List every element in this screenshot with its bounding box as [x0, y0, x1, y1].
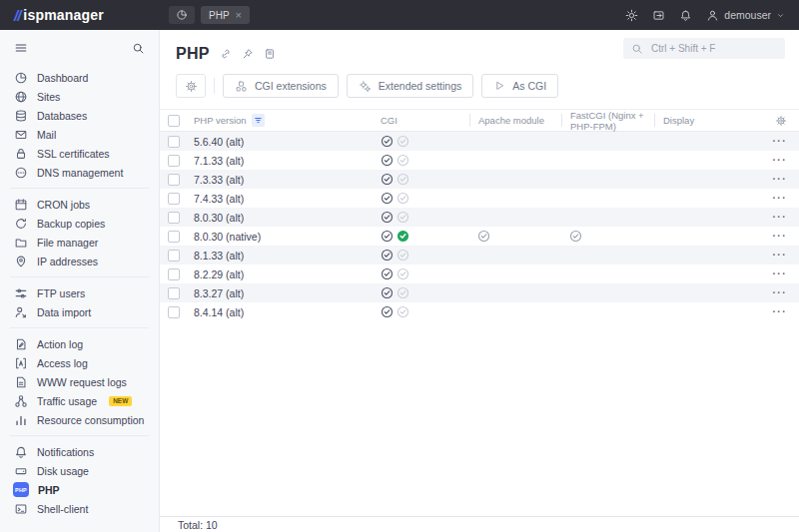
table-row[interactable]: 8.0.30 (native) ···	[160, 227, 799, 246]
cgi-default-check-icon[interactable]	[397, 230, 409, 243]
fastcgi-check-icon[interactable]	[569, 230, 582, 243]
row-menu-button[interactable]: ···	[773, 251, 788, 261]
column-cgi[interactable]: CGI	[381, 115, 469, 126]
row-checkbox[interactable]	[168, 136, 180, 148]
table-row[interactable]: 8.0.30 (alt) ···	[160, 208, 799, 227]
table-row[interactable]: 8.4.14 (alt) ···	[160, 302, 799, 321]
sidebar-item-traffic-usage[interactable]: Traffic usage NEW	[0, 391, 159, 410]
sidebar-item-sites[interactable]: Sites	[0, 87, 159, 106]
sidebar-item-disk-usage[interactable]: Disk usage	[0, 461, 159, 480]
row-menu-button[interactable]: ···	[773, 213, 788, 223]
table-row[interactable]: 8.1.33 (alt) ···	[160, 246, 799, 265]
row-checkbox[interactable]	[168, 250, 180, 262]
row-checkbox[interactable]	[168, 174, 180, 186]
sidebar-item-php[interactable]: PHP PHP	[0, 480, 159, 499]
go-to-panel-button[interactable]	[652, 9, 665, 22]
sidebar-item-www-request-logs[interactable]: WWW request logs	[0, 372, 159, 391]
row-menu-button[interactable]: ···	[773, 156, 788, 166]
table-row[interactable]: 7.4.33 (alt) ···	[160, 189, 799, 208]
sidebar-item-resource-consumption[interactable]: Resource consumption	[0, 410, 159, 429]
cgi-enabled-check-icon[interactable]	[381, 305, 394, 318]
cgi-default-check-icon[interactable]	[397, 267, 409, 280]
cgi-enabled-check-icon[interactable]	[381, 211, 394, 224]
sidebar-item-databases[interactable]: Databases	[0, 106, 159, 125]
sort-button[interactable]	[252, 114, 265, 127]
row-checkbox[interactable]	[168, 193, 180, 205]
sidebar-item-backup-copies[interactable]: Backup copies	[0, 214, 159, 233]
close-icon[interactable]: ×	[236, 10, 242, 21]
row-checkbox[interactable]	[168, 268, 180, 280]
row-checkbox[interactable]	[168, 231, 180, 243]
notifications-button[interactable]	[679, 9, 692, 22]
row-menu-button[interactable]: ···	[773, 288, 788, 298]
row-menu-button[interactable]: ···	[773, 269, 788, 279]
sidebar-item-file-manager[interactable]: File manager	[0, 233, 159, 252]
column-apache-module[interactable]: Apache module	[469, 114, 561, 127]
table-settings-button[interactable]	[775, 115, 787, 127]
column-fastcgi[interactable]: FastCGI (Nginx + PHP-FPM)	[561, 114, 654, 127]
user-menu[interactable]: demouser	[706, 9, 785, 22]
cgi-default-check-icon[interactable]	[397, 173, 409, 186]
table-row[interactable]: 8.2.29 (alt) ···	[160, 265, 799, 283]
copy-link-button[interactable]	[220, 48, 232, 60]
cgi-enabled-check-icon[interactable]	[381, 286, 394, 299]
as-cgi-button[interactable]: As CGI	[481, 74, 558, 98]
apache-module-check-icon[interactable]	[477, 230, 490, 243]
sidebar-search-button[interactable]	[132, 42, 145, 55]
column-php-version[interactable]: PHP version	[194, 115, 247, 126]
cgi-enabled-check-icon[interactable]	[381, 230, 394, 243]
sidebar-item-access-log[interactable]: Access log	[0, 353, 159, 372]
cgi-enabled-check-icon[interactable]	[381, 154, 394, 167]
column-display[interactable]: Display	[654, 114, 759, 127]
cgi-enabled-check-icon[interactable]	[381, 135, 394, 148]
docs-button[interactable]	[264, 48, 276, 60]
app-logo[interactable]: // ispmanager	[0, 7, 160, 24]
table-row[interactable]: 7.1.33 (alt) ···	[160, 151, 799, 170]
sidebar-item-ssl-certificates[interactable]: SSL certificates	[0, 144, 159, 163]
sidebar-item-data-import[interactable]: Data import	[0, 302, 159, 321]
table-row[interactable]: 7.3.33 (alt) ···	[160, 170, 799, 189]
sidebar-item-action-log[interactable]: Action log	[0, 334, 159, 353]
dashboard-tab-button[interactable]	[169, 6, 195, 24]
sidebar-item-dashboard[interactable]: Dashboard	[0, 68, 159, 87]
sidebar-item-ip-addresses[interactable]: IP addresses	[0, 252, 159, 270]
extended-settings-button[interactable]: Extended settings	[347, 74, 473, 98]
menu-toggle-button[interactable]	[14, 41, 28, 55]
global-search[interactable]	[623, 38, 785, 59]
sidebar-item-mail[interactable]: Mail	[0, 125, 159, 144]
cgi-default-check-icon[interactable]	[397, 249, 409, 262]
row-checkbox[interactable]	[168, 287, 180, 299]
pin-page-button[interactable]	[242, 48, 254, 60]
sidebar-item-dns-management[interactable]: DNS management	[0, 163, 159, 182]
cgi-default-check-icon[interactable]	[397, 192, 409, 205]
sidebar-item-cron-jobs[interactable]: CRON jobs	[0, 195, 159, 214]
cgi-enabled-check-icon[interactable]	[381, 249, 394, 262]
cgi-enabled-check-icon[interactable]	[381, 267, 394, 280]
row-menu-button[interactable]: ···	[773, 137, 788, 147]
row-menu-button[interactable]: ···	[773, 307, 788, 317]
row-checkbox[interactable]	[168, 155, 180, 167]
cgi-extensions-button[interactable]: CGI extensions	[223, 74, 339, 98]
sidebar-item-notifications[interactable]: Notifications	[0, 442, 159, 461]
search-input[interactable]	[649, 42, 777, 55]
row-checkbox[interactable]	[168, 212, 180, 224]
cgi-default-check-icon[interactable]	[397, 211, 409, 224]
row-menu-button[interactable]: ···	[773, 175, 788, 185]
select-all-checkbox[interactable]	[168, 115, 180, 127]
table-row[interactable]: 5.6.40 (alt) ···	[160, 132, 799, 151]
cgi-enabled-check-icon[interactable]	[381, 173, 394, 186]
tab-php[interactable]: PHP ×	[201, 6, 250, 24]
row-menu-button[interactable]: ···	[773, 194, 788, 204]
cgi-enabled-check-icon[interactable]	[381, 192, 394, 205]
row-checkbox[interactable]	[168, 306, 180, 318]
sidebar-item-ftp-users[interactable]: FTP users	[0, 283, 159, 302]
table-row[interactable]: 8.3.27 (alt) ···	[160, 283, 799, 302]
theme-toggle-button[interactable]	[625, 9, 638, 22]
cgi-default-check-icon[interactable]	[397, 154, 409, 167]
row-menu-button[interactable]: ···	[773, 232, 788, 242]
settings-button[interactable]	[176, 74, 206, 98]
cgi-default-check-icon[interactable]	[397, 305, 409, 318]
cgi-default-check-icon[interactable]	[397, 286, 409, 299]
sidebar-item-shell-client[interactable]: Shell-client	[0, 499, 159, 518]
cgi-default-check-icon[interactable]	[397, 135, 409, 148]
